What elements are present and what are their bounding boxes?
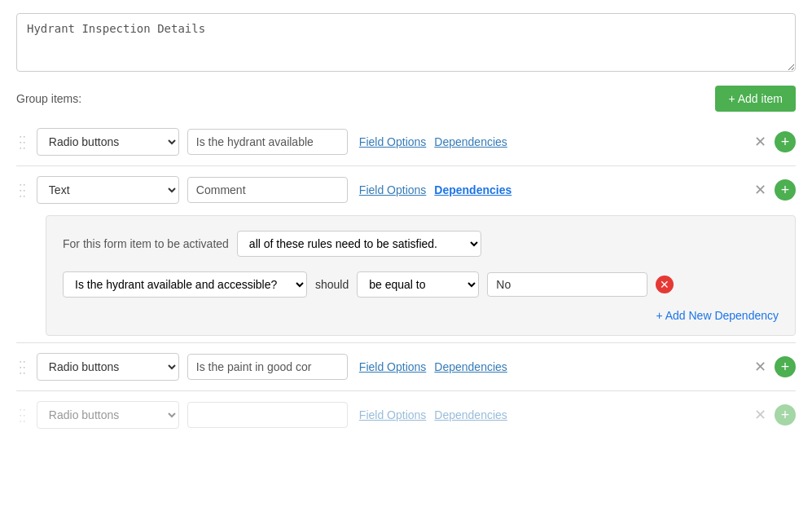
separator-1 — [16, 165, 796, 166]
drag-handle-2[interactable] — [16, 183, 29, 198]
field-links-3: Field Options Dependencies — [359, 360, 507, 373]
field-links-1: Field Options Dependencies — [359, 135, 507, 148]
field-links-4: Field Options Dependencies — [359, 408, 507, 421]
form-title-textarea[interactable] — [16, 13, 796, 72]
dep-prefix-text: For this form item to be activated — [63, 237, 229, 250]
dependencies-link-4[interactable]: Dependencies — [434, 408, 507, 421]
row-actions-2: ✕ + — [753, 179, 796, 201]
group-label: Group items: — [16, 92, 81, 105]
add-circle-button-3[interactable]: + — [775, 356, 796, 377]
drag-handle-4[interactable] — [16, 408, 29, 423]
dependencies-link-1[interactable]: Dependencies — [434, 135, 507, 148]
row-actions-3: ✕ + — [753, 356, 796, 377]
separator-3 — [16, 390, 796, 391]
type-select-3[interactable]: Radio buttons Text Checkbox Number Date … — [37, 353, 179, 381]
dep-condition-select[interactable]: all of these rules need to be satisfied.… — [237, 231, 481, 257]
item-row: Radio buttons Text Checkbox Number Date … — [16, 120, 796, 164]
field-options-link-3[interactable]: Field Options — [359, 360, 426, 373]
remove-button-2[interactable]: ✕ — [753, 181, 768, 199]
dep-condition-row: For this form item to be activated all o… — [63, 231, 779, 257]
row-actions-1: ✕ + — [753, 131, 796, 152]
add-circle-button-1[interactable]: + — [775, 131, 796, 152]
dependencies-link-2[interactable]: Dependencies — [434, 183, 511, 196]
dependencies-link-3[interactable]: Dependencies — [434, 360, 507, 373]
add-dependency-button[interactable]: + Add New Dependency — [656, 309, 779, 322]
dep-footer: + Add New Dependency — [63, 309, 779, 322]
field-links-2: Field Options Dependencies — [359, 183, 511, 196]
separator-2 — [16, 342, 796, 343]
type-select-1[interactable]: Radio buttons Text Checkbox Number Date … — [37, 128, 179, 156]
row-actions-4: ✕ + — [753, 404, 796, 426]
item-row-2: Radio buttons Text Checkbox Number Date … — [16, 168, 796, 212]
drag-handle[interactable] — [16, 135, 29, 150]
field-options-link-2[interactable]: Field Options — [359, 183, 426, 196]
remove-button-4[interactable]: ✕ — [753, 406, 768, 424]
name-input-1[interactable] — [187, 129, 348, 155]
item-row-3: Radio buttons Text Checkbox Number Date … — [16, 345, 796, 389]
type-select-2[interactable]: Radio buttons Text Checkbox Number Date … — [37, 176, 179, 204]
add-circle-button-2[interactable]: + — [775, 179, 796, 201]
add-circle-button-4[interactable]: + — [775, 404, 796, 426]
field-options-link-4[interactable]: Field Options — [359, 408, 426, 421]
dep-value-input[interactable] — [487, 272, 647, 297]
name-input-3[interactable] — [187, 354, 348, 380]
field-options-link-1[interactable]: Field Options — [359, 135, 426, 148]
item-row-4: Radio buttons Text Field Options Depende… — [16, 393, 796, 437]
dep-rule-row: Is the hydrant available and accessible?… — [63, 271, 779, 298]
name-input-4[interactable] — [187, 402, 348, 428]
add-item-button[interactable]: + Add item — [715, 86, 796, 112]
drag-handle-3[interactable] — [16, 359, 29, 375]
dep-operator-select[interactable]: be equal to not be equal to be greater t… — [357, 271, 479, 298]
dep-field-select[interactable]: Is the hydrant available and accessible? — [63, 271, 307, 298]
remove-button-3[interactable]: ✕ — [753, 358, 768, 376]
dep-operator-label: should — [315, 278, 349, 291]
remove-button-1[interactable]: ✕ — [753, 133, 768, 151]
dep-remove-button[interactable]: ✕ — [656, 276, 674, 293]
name-input-2[interactable] — [187, 177, 348, 203]
dependency-panel: For this form item to be activated all o… — [46, 215, 796, 336]
type-select-4[interactable]: Radio buttons Text — [37, 401, 179, 429]
